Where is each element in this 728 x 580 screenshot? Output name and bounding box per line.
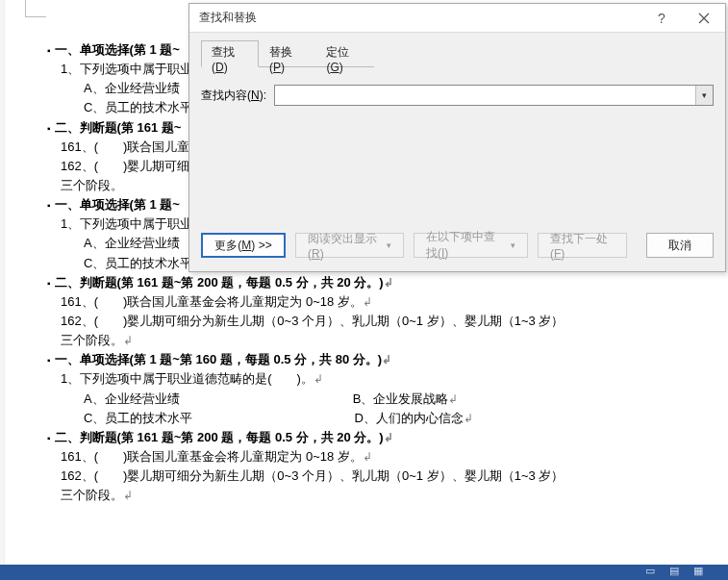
option-line: A、企业经营业绩B、企业发展战略↲ [84, 390, 697, 409]
dialog-tabs: 查找(D) 替换(P) 定位(G) [201, 40, 374, 67]
dialog-titlebar[interactable]: 查找和替换 ? [189, 4, 725, 33]
question-line: 162、( )婴儿期可细分为新生儿期（0~3 个月）、乳儿期（0~1 岁）、婴儿… [61, 312, 697, 331]
question-line: 161、( )联合国儿童基金会将儿童期定为 0~18 岁。↲ [61, 292, 697, 312]
dialog-title: 查找和替换 [199, 10, 257, 26]
text-line: 三个阶段。↲ [61, 331, 697, 350]
help-button[interactable]: ? [640, 4, 683, 33]
tab-find[interactable]: 查找(D) [201, 40, 259, 67]
view-mode-icons[interactable]: ▭ ▤ ▦ [645, 565, 709, 577]
section-title: 一、单项选择(第 1 题~第 160 题，每题 0.5 分，共 80 分。)↲ [47, 350, 697, 369]
find-in-button[interactable]: 在以下项中查找(I)▾ [414, 233, 528, 258]
tab-goto[interactable]: 定位(G) [315, 40, 374, 66]
question-line: 162、( )婴儿期可细分为新生儿期（0~3 个月）、乳儿期（0~1 岁）、婴儿… [61, 467, 697, 486]
section-title: 二、判断题(第 161 题~第 200 题，每题 0.5 分，共 20 分。)↲ [47, 273, 697, 292]
find-next-button[interactable]: 查找下一处(F) [538, 233, 627, 258]
chevron-down-icon[interactable]: ▾ [695, 86, 713, 105]
status-bar: ▭ ▤ ▦ [0, 565, 728, 580]
read-highlight-button[interactable]: 阅读突出显示(R)▾ [295, 233, 404, 258]
find-content-input[interactable] [274, 85, 714, 106]
cancel-button[interactable]: 取消 [646, 233, 714, 258]
question-line: 1、下列选项中属于职业道德范畴的是( )。↲ [61, 369, 697, 389]
option-line: C、员工的技术水平D、人们的内心信念↲ [84, 409, 697, 428]
close-icon[interactable] [683, 4, 725, 33]
question-line: 161、( )联合国儿童基金会将儿童期定为 0~18 岁。↲ [61, 447, 697, 467]
more-button[interactable]: 更多(M) >> [201, 233, 286, 258]
tab-replace[interactable]: 替换(P) [259, 40, 315, 66]
text-line: 三个阶段。↲ [61, 486, 697, 505]
section-title: 二、判断题(第 161 题~第 200 题，每题 0.5 分，共 20 分。)↲ [47, 428, 697, 447]
find-replace-dialog: 查找和替换 ? 查找(D) 替换(P) 定位(G) 查找内容(N): ▾ 更多(… [188, 3, 726, 272]
find-content-label: 查找内容(N): [201, 88, 274, 104]
